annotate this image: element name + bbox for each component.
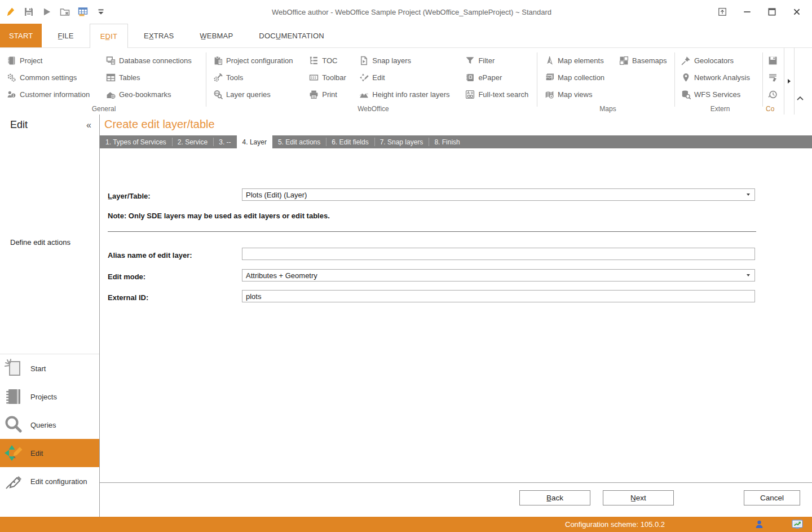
ribbon-item-geolocators[interactable]: Geolocators	[679, 52, 752, 69]
cancel-button[interactable]: Cancel	[744, 490, 800, 505]
group-label-extern: Extern	[679, 105, 761, 113]
alias-input[interactable]	[242, 248, 755, 260]
snap-layers-icon	[359, 56, 369, 65]
sidebar-item-projects[interactable]: Projects	[0, 382, 99, 411]
customize-qat-button[interactable]	[95, 6, 107, 18]
ribbon-item-geo-bookmarks[interactable]: Geo-bookmarks	[104, 86, 194, 103]
ribbon-group-partial: Co	[766, 48, 784, 115]
ribbon-item-toc[interactable]: TOC	[307, 52, 355, 69]
map-elements-icon	[545, 56, 554, 65]
print-icon	[309, 90, 319, 99]
tab-file[interactable]: F̲ILE	[47, 24, 83, 47]
ribbon-item-layer-queries[interactable]: Layer queries	[211, 86, 304, 103]
wizard-step-bar: 1. Types of Services 2. Service 3. -- 4.…	[100, 135, 812, 148]
window-controls	[716, 6, 812, 18]
tab-webmap[interactable]: W̲EBMAP	[189, 24, 243, 47]
pin-ribbon-button[interactable]	[716, 6, 729, 18]
external-id-label: External ID:	[108, 293, 148, 302]
ribbon-item-height-info-raster-layers[interactable]: Height info raster layers	[357, 86, 461, 103]
step-edit-actions[interactable]: 5. Edit actions	[272, 135, 326, 148]
next-button[interactable]: N̲ext	[603, 490, 674, 505]
ribbon-item-map-elements[interactable]: Map elements	[542, 52, 615, 69]
ribbon-item-map-collection[interactable]: Map collection	[542, 69, 615, 86]
wfs-services-icon	[681, 90, 691, 99]
ribbon-item-filter[interactable]: Filter	[463, 52, 536, 69]
form-divider	[108, 231, 756, 232]
ribbon-item-partial-3[interactable]	[766, 86, 780, 103]
group-separator	[537, 52, 537, 107]
geolocators-icon	[681, 56, 691, 65]
ribbon-item-customer-information[interactable]: Customer information	[5, 86, 102, 103]
map-collection-icon	[545, 73, 554, 82]
edit-mode-label: Edit mode:	[108, 272, 145, 281]
ribbon-item-partial-2[interactable]	[766, 69, 780, 86]
sidebar-collapse-button[interactable]: «	[86, 120, 91, 130]
layer-table-select[interactable]: Plots (Edit) (Layer)	[242, 188, 755, 201]
ribbon-item-epaper[interactable]: ePaper	[463, 69, 536, 86]
step-finish[interactable]: 8. Finish	[429, 135, 465, 148]
step-3[interactable]: 3. --	[213, 135, 236, 148]
alias-label: Alias name of edit layer:	[108, 251, 192, 260]
wizard-panel: Create edit layer/table 1. Types of Serv…	[100, 115, 812, 517]
ribbon-item-tools[interactable]: Tools	[211, 69, 304, 86]
sidebar-title: Edit	[10, 119, 28, 131]
ribbon-item-wfs-services[interactable]: WFS Services	[679, 86, 752, 103]
close-button[interactable]	[791, 6, 803, 18]
tab-extras[interactable]: EX̲TRAS	[134, 24, 184, 47]
tools-icon	[213, 73, 223, 82]
ribbon-group-maps: Map elements Map collection Map views Ba…	[542, 48, 673, 115]
step-service[interactable]: 2. Service	[172, 135, 213, 148]
ribbon-tab-bar: START F̲ILE ED̲IT EX̲TRAS W̲EBMAP DOCU̲M…	[0, 24, 812, 48]
partial-save-icon	[768, 56, 778, 65]
group-label-general: General	[5, 105, 203, 113]
step-types-of-services[interactable]: 1. Types of Services	[100, 135, 172, 148]
step-edit-fields[interactable]: 6. Edit fields	[326, 135, 374, 148]
ribbon-item-common-settings[interactable]: Common settings	[5, 69, 102, 86]
ribbon-item-network-analysis[interactable]: Network Analysis	[679, 69, 752, 86]
ribbon-item-full-text-search[interactable]: Full-text search	[463, 86, 536, 103]
ribbon-item-tables[interactable]: Tables	[104, 69, 194, 86]
ribbon-item-project[interactable]: Project	[5, 52, 102, 69]
tab-documentation[interactable]: DOCU̲MENTATION	[249, 24, 334, 47]
user-icon[interactable]	[753, 519, 765, 530]
sidebar-item-start[interactable]: Start	[0, 354, 99, 382]
ribbon-item-edit[interactable]: Edit	[357, 69, 461, 86]
edit-configuration-icon	[2, 470, 25, 493]
sidebar-item-queries[interactable]: Queries	[0, 411, 99, 439]
ribbon-item-partial-1[interactable]	[766, 52, 780, 69]
toolbar-icon	[309, 73, 319, 82]
step-layer[interactable]: 4. Layer	[237, 135, 272, 148]
ribbon-item-map-views[interactable]: Map views	[542, 86, 615, 103]
maximize-button[interactable]	[766, 6, 778, 18]
ribbon-group-extern: Geolocators Network Analysis WFS Service…	[679, 48, 761, 115]
tab-start[interactable]: START	[0, 24, 42, 47]
table-manager-button[interactable]	[77, 6, 89, 18]
external-id-input[interactable]	[242, 290, 755, 302]
step-snap-layers[interactable]: 7. Snap layers	[374, 135, 429, 148]
collapse-ribbon-button[interactable]	[793, 92, 807, 105]
ribbon-item-print[interactable]: Print	[307, 86, 355, 103]
edit-mode-select[interactable]: Attributes + Geometry	[242, 269, 755, 282]
sidebar-hint: Define edit actions	[10, 238, 70, 247]
tables-icon	[106, 73, 116, 82]
ribbon-item-project-configuration[interactable]: Project configuration	[211, 52, 304, 69]
save-button[interactable]	[23, 6, 35, 18]
sidebar-item-edit-configuration[interactable]: Edit configuration	[0, 467, 99, 495]
ribbon-item-toolbar[interactable]: Toolbar	[307, 69, 355, 86]
close-project-button[interactable]	[59, 6, 71, 18]
epaper-icon	[465, 73, 475, 82]
monitor-chart-icon[interactable]	[792, 519, 803, 530]
ribbon-item-snap-layers[interactable]: Snap layers	[357, 52, 461, 69]
tab-edit[interactable]: ED̲IT	[90, 24, 128, 48]
ribbon-item-database-connections[interactable]: Database connections	[104, 52, 194, 69]
geo-bookmarks-icon	[106, 90, 116, 99]
minimize-button[interactable]	[741, 6, 753, 18]
partial-clock-icon	[768, 90, 778, 99]
sidebar-item-edit[interactable]: Edit	[0, 439, 99, 467]
scroll-right-icon	[788, 79, 791, 83]
run-project-button[interactable]	[41, 6, 53, 18]
back-button[interactable]: B̲ack	[519, 490, 590, 505]
customer-information-icon	[7, 90, 16, 99]
group-separator	[762, 52, 763, 107]
ribbon-item-basemaps[interactable]: Basemaps	[617, 52, 669, 69]
